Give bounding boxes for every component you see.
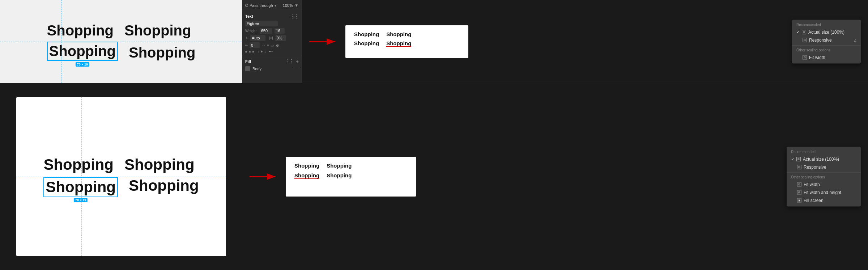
blend-label[interactable]: Pass through: [250, 3, 273, 8]
shopping-text-4: Shopping: [129, 45, 195, 61]
bottom-canvas: Shopping Shopping Shopping 70 × 19 Shopp…: [16, 97, 226, 256]
more-icon[interactable]: •••: [269, 50, 273, 54]
bottom-guide-v: [81, 97, 82, 256]
bottom-arrow-container: [250, 171, 278, 182]
bottom-actual-size-label: Actual size (100%): [803, 157, 839, 162]
bottom-left-bg: Shopping Shopping Shopping 70 × 19 Shopp…: [0, 83, 242, 270]
fill-row: Body —: [242, 66, 302, 72]
shopping-text-2: Shopping: [124, 22, 191, 39]
opacity-row: 100% 👁: [283, 3, 299, 8]
text-label: Text: [245, 14, 253, 18]
preview-text-2: Shopping: [386, 31, 411, 37]
fit-width-item[interactable]: ⊡ Fit width: [792, 53, 861, 61]
responsive-label: Responsive: [809, 37, 852, 42]
bottom-arrow: [250, 171, 278, 182]
figma-side-panel-top: Pass through ▾ 100% 👁 Text ⋮⋮ Weight: ⇕ …: [242, 0, 302, 83]
shopping-row-2: Shopping 70 × 19 Shopping: [47, 42, 196, 61]
top-arrow: [309, 36, 338, 47]
shopping-selected[interactable]: Shopping 70 × 19: [47, 42, 118, 61]
bottom-scaling-divider: [787, 173, 861, 173]
top-canvas: Shopping Shopping Shopping 70 × 19 Shopp…: [0, 0, 242, 83]
size-input[interactable]: [275, 28, 285, 34]
top-recommended-label: Recommended: [792, 22, 861, 28]
weight-size-row: Weight:: [242, 27, 302, 34]
top-arrow-container: [309, 36, 338, 47]
text-mid-icon[interactable]: +: [261, 50, 263, 54]
bottom-selected[interactable]: Shopping 70 × 19: [43, 177, 118, 197]
bottom-actual-size-item[interactable]: ✓ ⊞ Actual size (100%): [787, 155, 861, 163]
bottom-preview-row-1: Shopping Shopping: [294, 163, 407, 169]
bottom-other-label: Other scaling options: [787, 174, 861, 181]
weight-input[interactable]: [260, 28, 272, 34]
weight-label: Weight:: [245, 29, 258, 33]
auto-input[interactable]: [250, 35, 265, 41]
top-ui-controls: Pass through ▾ 100% 👁: [242, 1, 302, 9]
bottom-responsive-item[interactable]: ⊟ Responsive: [787, 163, 861, 171]
bottom-fill-screen-label: Fill screen: [804, 198, 824, 203]
scaling-divider: [792, 45, 861, 46]
bottom-row-2: Shopping 70 × 19 Shopping: [43, 177, 199, 197]
align-center-icon[interactable]: ≡: [249, 50, 251, 54]
preview-text-4-underline: Shopping: [386, 40, 411, 47]
bottom-text-4: Shopping: [129, 177, 199, 197]
responsive-icon: ⊟: [803, 38, 807, 42]
bottom-fit-wh-item[interactable]: ⊟ Fit width and height: [787, 189, 861, 197]
bottom-fit-wh-label: Fit width and height: [804, 190, 841, 195]
size-badge: 70 × 19: [76, 62, 89, 67]
fit-width-label: Fit width: [809, 55, 825, 60]
align-row: ≡ ≡ ≡ ↑ + ↓ •••: [242, 49, 302, 54]
bottom-check-icon: ✓: [791, 157, 794, 161]
bottom-row-1: Shopping Shopping: [43, 156, 199, 173]
bottom-text-1: Shopping: [43, 156, 114, 173]
shopping-row-1: Shopping Shopping: [47, 22, 196, 39]
actual-size-label: Actual size (100%): [808, 29, 844, 34]
top-middle-section: Shopping Shopping Shopping Shopping Reco…: [302, 0, 868, 83]
align-right-icon[interactable]: ≡: [252, 50, 255, 54]
responsive-item[interactable]: ⊟ Responsive Z: [792, 36, 861, 44]
responsive-shortcut: Z: [854, 38, 856, 42]
top-canvas-content: Shopping Shopping Shopping 70 × 19 Shopp…: [47, 22, 196, 61]
fill-minus-icon[interactable]: —: [294, 66, 299, 71]
preview-text-3: Shopping: [354, 40, 379, 47]
eye-icon[interactable]: 👁: [294, 3, 299, 8]
panel-divider-2: [242, 56, 302, 56]
blend-icon: [245, 4, 248, 7]
blend-mode-row: Pass through ▾: [245, 3, 276, 8]
fill-label: Fill: [245, 59, 251, 64]
bottom-actual-icon: ⊞: [796, 157, 801, 161]
fill-dots-icon[interactable]: ⋮⋮: [285, 59, 294, 64]
bottom-scaling-panel: Recommended ✓ ⊞ Actual size (100%) ⊟ Res…: [787, 147, 861, 207]
font-input[interactable]: [245, 21, 278, 26]
preview-row-2: Shopping Shopping: [354, 40, 460, 47]
text-down-icon[interactable]: ↓: [264, 50, 266, 54]
bottom-fill-screen-item[interactable]: ▣ Fill screen: [787, 197, 861, 204]
indent-row: ⇤ ↔ ≡ ▭ ⊙: [242, 42, 302, 49]
align-left-icon[interactable]: ≡: [245, 50, 247, 54]
bottom-fit-width-item[interactable]: ⊡ Fit width: [787, 181, 861, 189]
actual-size-item[interactable]: ✓ ⊞ Actual size (100%): [792, 28, 861, 36]
bottom-preview-row-2: Shopping Shopping: [294, 172, 407, 179]
check-icon: ✓: [796, 30, 800, 34]
bottom-middle-section: Shopping Shopping Shopping Shopping Reco…: [242, 83, 868, 270]
top-other-label: Other scaling options: [792, 47, 861, 53]
opacity-value[interactable]: 100%: [283, 3, 293, 8]
bottom-responsive-label: Responsive: [804, 165, 856, 170]
text-dots-icon[interactable]: ⋮⋮: [290, 14, 299, 19]
fill-body-label: Body: [252, 67, 292, 71]
kerning-input[interactable]: [275, 35, 286, 41]
bottom-fit-icon: ⊡: [797, 182, 801, 187]
shopping-text-1: Shopping: [47, 22, 114, 39]
actual-size-icon: ⊞: [802, 30, 806, 34]
indent-input[interactable]: [250, 42, 260, 48]
font-row: [242, 20, 302, 27]
fill-section-header: Fill ⋮⋮ +: [242, 58, 302, 66]
auto-kerning-row: ⇕ |A|: [242, 34, 302, 42]
bottom-fit-wh-icon: ⊟: [797, 190, 801, 195]
add-fill-icon[interactable]: +: [296, 59, 299, 64]
bottom-preview-text-4: Shopping: [327, 172, 352, 179]
top-preview-box: Shopping Shopping Shopping Shopping: [345, 25, 468, 58]
fill-color-swatch[interactable]: [245, 66, 250, 71]
text-up-icon[interactable]: ↑: [258, 50, 259, 54]
bottom-text-2: Shopping: [124, 156, 195, 173]
bottom-preview-text-1: Shopping: [294, 163, 319, 169]
